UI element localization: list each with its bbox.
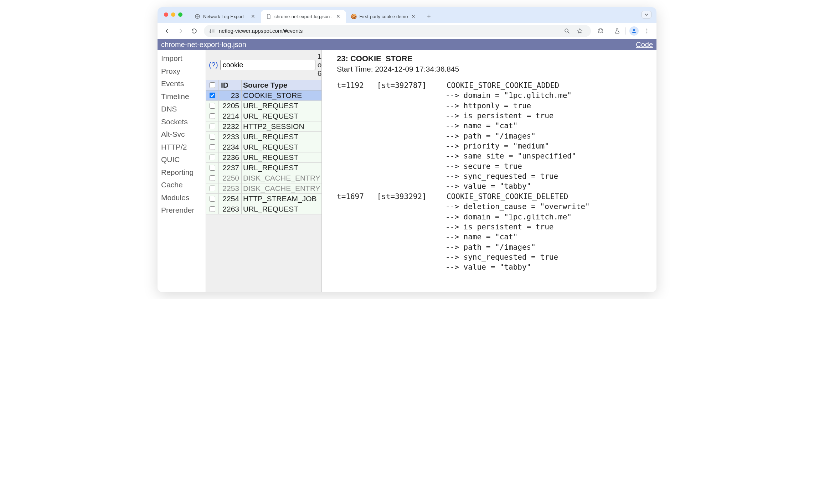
row-checkbox[interactable]: [210, 186, 215, 191]
table-row[interactable]: 2236URL_REQUEST: [206, 152, 321, 163]
new-tab-button[interactable]: +: [423, 11, 434, 22]
row-source: URL_REQUEST: [242, 152, 321, 162]
row-checkbox[interactable]: [210, 155, 215, 160]
divider: [625, 27, 626, 35]
table-row[interactable]: 23COOKIE_STORE: [206, 90, 321, 101]
row-checkbox[interactable]: [210, 144, 215, 150]
row-id: 2234: [219, 142, 242, 152]
table-row[interactable]: 2233URL_REQUEST: [206, 132, 321, 142]
sidebar-item-timeline[interactable]: Timeline: [161, 90, 206, 103]
row-id: 23: [219, 90, 242, 100]
row-source: URL_REQUEST: [242, 142, 321, 152]
browser-tab[interactable]: chrome-net-export-log.json ·✕: [261, 10, 346, 23]
row-checkbox[interactable]: [210, 175, 215, 181]
extensions-icon[interactable]: [594, 25, 607, 37]
zoom-icon[interactable]: [561, 25, 573, 37]
code-link[interactable]: Code: [636, 41, 653, 49]
row-checkbox[interactable]: [210, 196, 215, 202]
row-source: HTTP_STREAM_JOB: [242, 194, 321, 204]
app-title: chrome-net-export-log.json: [161, 41, 246, 49]
toolbar: netlog-viewer.appspot.com/#events: [158, 23, 656, 39]
events-column: (?) 12 of 69 ID Source Type 23COOKIE_STO…: [206, 50, 322, 292]
tab-title: Network Log Export: [203, 14, 247, 19]
svg-point-6: [633, 29, 635, 31]
row-id: 2236: [219, 152, 242, 162]
row-source: COOKIE_STORE: [242, 90, 321, 100]
sidebar-item-events[interactable]: Events: [161, 77, 206, 90]
row-source: URL_REQUEST: [242, 163, 321, 173]
sidebar-item-sockets[interactable]: Sockets: [161, 115, 206, 128]
detail-pane: 23: COOKIE_STORE Start Time: 2024-12-09 …: [322, 50, 656, 292]
sidebar-item-http-2[interactable]: HTTP/2: [161, 141, 206, 154]
maximize-window-icon[interactable]: [178, 12, 182, 17]
header-id[interactable]: ID: [219, 80, 242, 90]
svg-point-5: [565, 29, 568, 32]
start-label: Start Time:: [337, 65, 375, 73]
forward-button[interactable]: [175, 25, 187, 37]
tab-favicon-icon: [266, 14, 272, 19]
labs-icon[interactable]: [611, 25, 623, 37]
sidebar-item-alt-svc[interactable]: Alt-Svc: [161, 128, 206, 141]
row-source: DISK_CACHE_ENTRY: [242, 183, 321, 193]
row-id: 2232: [219, 121, 242, 131]
table-row[interactable]: 2250DISK_CACHE_ENTRY: [206, 173, 321, 183]
back-button[interactable]: [161, 25, 173, 37]
sidebar-item-dns[interactable]: DNS: [161, 103, 206, 115]
row-checkbox[interactable]: [210, 103, 215, 109]
sidebar-item-reporting[interactable]: Reporting: [161, 166, 206, 179]
svg-point-9: [646, 32, 648, 33]
log-output: t=1192 [st=392787] COOKIE_STORE_COOKIE_A…: [337, 80, 653, 272]
events-header-row: ID Source Type: [206, 80, 321, 90]
table-row[interactable]: 2234URL_REQUEST: [206, 142, 321, 152]
row-checkbox[interactable]: [210, 134, 215, 140]
sidebar-item-prerender[interactable]: Prerender: [161, 204, 206, 217]
sidebar-item-import[interactable]: Import: [161, 52, 206, 65]
table-row[interactable]: 2237URL_REQUEST: [206, 163, 321, 173]
svg-point-3: [210, 31, 211, 32]
row-source: HTTP2_SESSION: [242, 121, 321, 131]
table-row[interactable]: 2205URL_REQUEST: [206, 101, 321, 111]
browser-tab[interactable]: Network Log Export✕: [190, 10, 261, 23]
filter-input[interactable]: [220, 60, 315, 70]
tab-favicon-icon: 🍪: [351, 14, 357, 19]
kebab-menu-icon[interactable]: [641, 25, 653, 37]
address-bar[interactable]: netlog-viewer.appspot.com/#events: [204, 25, 591, 37]
bookmark-icon[interactable]: [574, 25, 586, 37]
detail-title: 23: COOKIE_STORE: [337, 53, 653, 64]
table-row[interactable]: 2232HTTP2_SESSION: [206, 121, 321, 132]
sidebar-item-proxy[interactable]: Proxy: [161, 65, 206, 78]
svg-point-1: [210, 29, 211, 31]
tab-close-icon[interactable]: ✕: [411, 14, 416, 19]
table-row[interactable]: 2253DISK_CACHE_ENTRY: [206, 183, 321, 194]
table-row[interactable]: 2214URL_REQUEST: [206, 111, 321, 121]
row-checkbox[interactable]: [210, 93, 215, 98]
sidebar-item-quic[interactable]: QUIC: [161, 153, 206, 166]
table-row[interactable]: 2263URL_REQUEST: [206, 204, 321, 214]
profile-button[interactable]: [628, 25, 640, 37]
tab-close-icon[interactable]: ✕: [335, 14, 341, 19]
tab-overflow-button[interactable]: [642, 11, 651, 19]
row-checkbox[interactable]: [210, 113, 215, 119]
tab-close-icon[interactable]: ✕: [250, 14, 256, 19]
tab-title: First-party cookie demo: [360, 14, 408, 19]
start-value: 2024-12-09 17:34:36.845: [375, 65, 459, 73]
window-controls: [164, 12, 182, 17]
row-checkbox[interactable]: [210, 165, 215, 171]
events-table: ID Source Type 23COOKIE_STORE2205URL_REQ…: [206, 80, 321, 292]
sidebar-item-modules[interactable]: Modules: [161, 191, 206, 204]
tabstrip: Network Log Export✕chrome-net-export-log…: [158, 7, 656, 23]
filter-help-link[interactable]: (?): [209, 61, 218, 69]
header-source[interactable]: Source Type: [242, 80, 321, 90]
reload-button[interactable]: [188, 25, 200, 37]
row-checkbox[interactable]: [210, 124, 215, 129]
site-info-icon[interactable]: [209, 28, 215, 34]
row-checkbox[interactable]: [210, 206, 215, 212]
sidebar-item-cache[interactable]: Cache: [161, 178, 206, 191]
row-source: URL_REQUEST: [242, 204, 321, 214]
minimize-window-icon[interactable]: [171, 12, 175, 17]
browser-tab[interactable]: 🍪First-party cookie demo✕: [346, 10, 422, 23]
select-all-checkbox[interactable]: [210, 82, 215, 88]
table-row[interactable]: 2254HTTP_STREAM_JOB: [206, 194, 321, 204]
svg-point-7: [646, 28, 648, 30]
close-window-icon[interactable]: [164, 12, 168, 17]
